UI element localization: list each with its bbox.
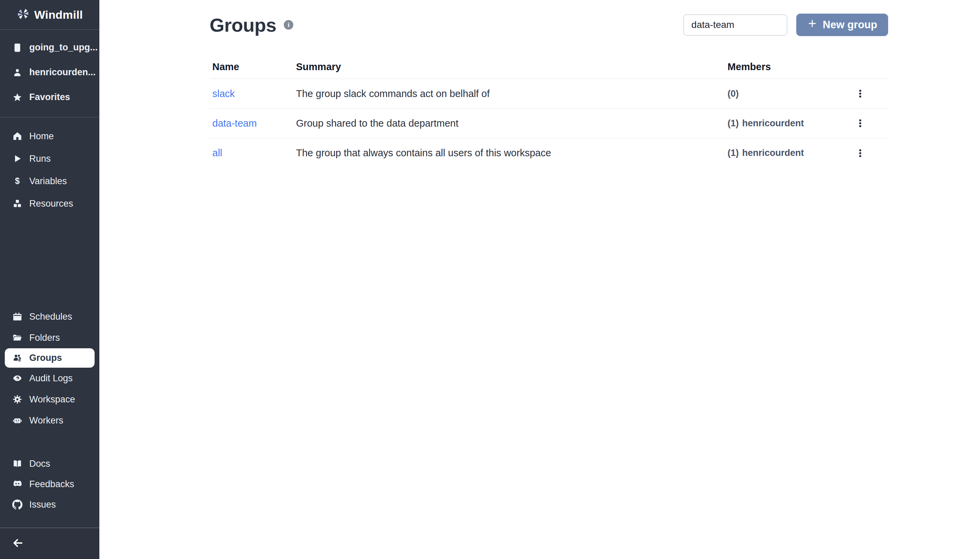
sidebar-item-favorites[interactable]: Favorites — [0, 85, 99, 110]
info-icon[interactable]: i — [284, 20, 293, 30]
sidebar-item-label: Schedules — [29, 311, 72, 322]
group-summary: Group shared to the data department — [293, 118, 725, 129]
svg-text:$: $ — [15, 176, 20, 185]
windmill-logo[interactable]: Windmill — [0, 0, 99, 29]
group-link[interactable]: all — [212, 147, 222, 158]
plus-icon — [807, 18, 817, 31]
table-header-row: Name Summary Members — [210, 55, 888, 79]
new-group-label: New group — [823, 19, 877, 31]
groups-table: Name Summary Members slack The group sla… — [210, 55, 888, 168]
github-icon — [12, 499, 23, 509]
star-icon — [12, 92, 23, 103]
eye-icon — [12, 373, 23, 383]
app-title: Windmill — [35, 8, 83, 22]
sidebar-item-issues[interactable]: Issues — [0, 495, 99, 515]
table-row: slack The group slack commands act on be… — [210, 79, 888, 109]
sidebar-item-label: Groups — [29, 353, 62, 363]
user-icon — [12, 68, 23, 78]
members-names: henricourdent — [742, 118, 804, 129]
robot-icon — [12, 415, 23, 425]
gear-icon — [12, 394, 23, 404]
sidebar-item-docs[interactable]: Docs — [0, 453, 99, 474]
sidebar-item-label: Folders — [29, 332, 60, 343]
sidebar-item-label: Docs — [29, 458, 50, 469]
building-icon — [12, 43, 23, 53]
sidebar-primary-nav: Home Runs $ Variables — [0, 117, 99, 215]
sidebar-item-home[interactable]: Home — [0, 125, 99, 147]
table-row: data-team Group shared to the data depar… — [210, 109, 888, 138]
sidebar-item-workspace[interactable]: going_to_upg... — [0, 35, 99, 60]
sidebar-item-variables[interactable]: $ Variables — [0, 170, 99, 192]
group-members: (0) — [725, 89, 837, 99]
main-content: Groups i New group Name Summary — [99, 0, 980, 559]
sidebar-item-schedules[interactable]: Schedules — [0, 306, 99, 327]
book-icon — [12, 458, 23, 469]
group-name-cell: all — [210, 147, 293, 159]
column-header-name: Name — [210, 61, 293, 73]
sidebar-item-label: Workers — [29, 415, 63, 426]
kebab-menu-icon — [855, 89, 865, 99]
sidebar-item-label: Workspace — [29, 394, 75, 405]
home-icon — [12, 131, 23, 141]
play-icon — [12, 154, 23, 164]
kebab-menu-icon — [855, 148, 865, 158]
header-actions: New group — [683, 13, 888, 36]
sidebar-item-label: Home — [29, 131, 54, 142]
sidebar-item-label: going_to_upg... — [29, 42, 98, 53]
sidebar-item-folders[interactable]: Folders — [0, 327, 99, 348]
group-summary: The group slack commands act on belhalf … — [293, 88, 725, 99]
sidebar-item-label: Issues — [29, 499, 56, 510]
members-count: (1) — [728, 148, 739, 158]
sidebar-item-label: Resources — [29, 198, 73, 209]
sidebar-context-section: going_to_upg... henricourden... Favor — [0, 30, 99, 117]
members-count: (1) — [728, 118, 739, 129]
group-link[interactable]: slack — [212, 88, 235, 99]
title-wrap: Groups i — [210, 14, 293, 36]
row-menu-button[interactable] — [851, 114, 870, 133]
dollar-icon: $ — [12, 176, 23, 186]
users-gear-icon — [12, 353, 23, 363]
collapse-sidebar-button[interactable] — [10, 536, 25, 551]
sidebar-item-audit-logs[interactable]: Audit Logs — [0, 368, 99, 389]
table-row: all The group that always contains all u… — [210, 138, 888, 168]
sidebar-item-resources[interactable]: Resources — [0, 192, 99, 215]
new-group-button[interactable]: New group — [796, 13, 888, 36]
column-header-summary: Summary — [293, 61, 725, 73]
page-header: Groups i New group — [210, 13, 888, 36]
sidebar-item-label: Runs — [29, 154, 51, 164]
sidebar-item-groups[interactable]: Groups — [5, 348, 95, 368]
column-header-members: Members — [725, 61, 837, 73]
sidebar-item-label: Feedbacks — [29, 479, 74, 490]
group-name-cell: slack — [210, 88, 293, 99]
sidebar: Windmill going_to_upg... — [0, 0, 99, 559]
sidebar-item-workspace-settings[interactable]: Workspace — [0, 389, 99, 410]
folder-icon — [12, 332, 23, 343]
group-link[interactable]: data-team — [212, 118, 257, 129]
sidebar-footer — [0, 528, 99, 559]
sidebar-item-feedbacks[interactable]: Feedbacks — [0, 474, 99, 495]
sidebar-item-label: Audit Logs — [29, 373, 73, 384]
sidebar-item-workers[interactable]: Workers — [0, 410, 99, 431]
page-title: Groups — [210, 14, 276, 36]
group-search-input[interactable] — [683, 14, 787, 36]
group-summary: The group that always contains all users… — [293, 147, 725, 159]
sidebar-footer-nav: Docs Feedbacks Issues — [0, 453, 99, 515]
app-root: Windmill going_to_upg... — [0, 0, 980, 559]
cubes-icon — [12, 198, 23, 209]
group-members: (1) henricourdent — [725, 118, 837, 129]
row-menu-button[interactable] — [851, 144, 870, 163]
members-count: (0) — [728, 89, 739, 99]
sidebar-item-user[interactable]: henricourden... — [0, 60, 99, 85]
sidebar-item-label: Variables — [29, 176, 67, 187]
members-names: henricourdent — [742, 148, 804, 158]
row-menu-button[interactable] — [851, 84, 870, 103]
sidebar-item-runs[interactable]: Runs — [0, 147, 99, 170]
sidebar-item-label: Favorites — [29, 92, 70, 103]
group-name-cell: data-team — [210, 118, 293, 129]
calendar-icon — [12, 311, 23, 322]
sidebar-item-label: henricourden... — [29, 67, 96, 78]
arrow-left-icon — [12, 537, 24, 550]
discord-icon — [12, 479, 23, 489]
kebab-menu-icon — [855, 118, 865, 128]
group-members: (1) henricourdent — [725, 148, 837, 158]
